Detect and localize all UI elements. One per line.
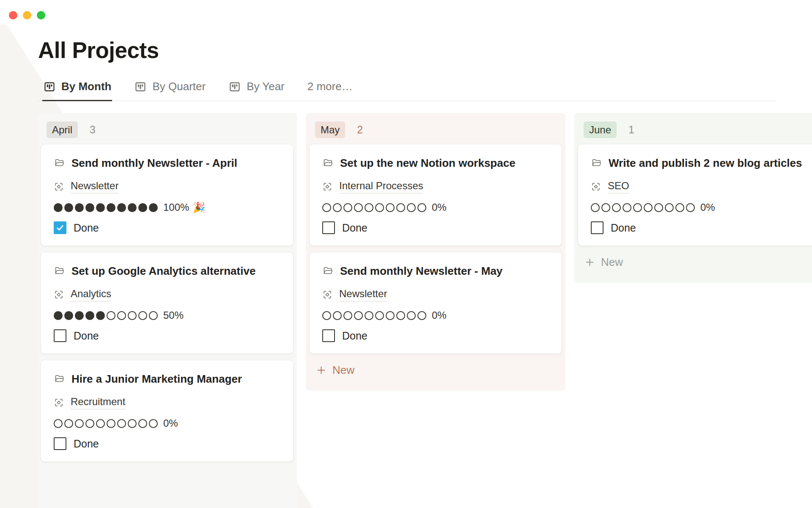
progress-dot [117,419,126,428]
progress-dots: 50% [54,309,280,321]
column-group-pill: April [47,121,78,138]
project-card[interactable]: Hire a Junior Marketing ManagerRecruitme… [41,360,294,462]
project-card[interactable]: Set up Google Analytics alternativeAnaly… [41,252,294,354]
progress-dot [117,203,126,212]
progress-dots: 0% [322,309,549,321]
relation-tag-link[interactable]: Newsletter [71,179,118,193]
board-view-icon [228,80,241,93]
progress-dot [75,419,84,428]
progress-dot [64,311,73,320]
open-folder-icon [54,265,65,276]
progress-dot [354,203,363,212]
column-header: April3 [37,113,297,144]
progress-dot [64,419,73,428]
relation-tag-link[interactable]: Newsletter [339,287,387,301]
column-group-pill: May [315,121,345,138]
kanban-board: April3Send monthly Newsletter - AprilNew… [37,113,812,508]
progress-dot [396,203,405,212]
progress-dots: 100%🎉 [54,202,280,213]
column-header: June1 [574,113,812,144]
close-button[interactable] [9,11,17,19]
progress-dot [149,419,158,428]
new-button-label: New [601,256,623,269]
project-card[interactable]: Send monthly Newsletter - MayNewsletter0… [309,252,562,354]
done-label: Done [342,330,368,342]
tag-row: Internal Processes [322,179,549,193]
minimize-button[interactable] [23,11,31,19]
column-header: May2 [306,113,565,144]
done-label: Done [74,222,99,234]
progress-dot [375,203,384,212]
relation-tag-link[interactable]: SEO [608,179,629,193]
column-june: June1Write and publish 2 new blog articl… [574,113,812,283]
plus-icon [316,365,326,375]
column-may: May2Set up the new Notion workspaceInter… [306,113,565,391]
done-checkbox[interactable] [591,221,604,234]
done-checkbox[interactable] [322,329,335,342]
tag-row: Newsletter [322,287,549,301]
open-folder-icon [322,265,334,276]
celebration-emoji: 🎉 [192,202,205,213]
progress-dot [686,203,695,212]
tab-label: 2 more… [307,80,353,93]
progress-dot [75,203,84,212]
done-row: Done [322,329,549,342]
tab-by-year[interactable]: By Year [228,80,285,101]
tab-label: By Year [247,80,285,93]
progress-dot [54,203,63,212]
progress-dot [107,311,115,320]
progress-dot [343,311,352,320]
progress-dot [591,203,600,212]
card-title: Set up Google Analytics alternative [54,263,280,279]
tab-2-more[interactable]: 2 more… [307,80,354,101]
progress-dot [96,311,105,320]
progress-dot [107,419,115,428]
view-tabs: By MonthBy QuarterBy Year2 more… [37,80,776,101]
zoom-button[interactable] [37,11,45,19]
relation-tag-link[interactable]: Recruitment [71,395,125,409]
relation-icon [591,182,601,192]
tab-by-month[interactable]: By Month [42,80,112,101]
done-checkbox[interactable] [322,221,335,234]
progress-dot [138,311,147,320]
open-folder-icon [322,157,334,168]
project-card[interactable]: Set up the new Notion workspaceInternal … [309,144,562,246]
done-label: Done [74,330,99,342]
relation-tag-link[interactable]: Analytics [71,287,111,301]
progress-dot [644,203,653,212]
done-checkbox[interactable] [54,437,66,450]
progress-dot [54,419,63,428]
tab-label: By Quarter [152,80,206,93]
progress-dot [117,311,126,320]
page-title: All Projects [38,37,812,63]
tag-row: Analytics [54,287,280,301]
progress-dot [675,203,684,212]
progress-dot [601,203,610,212]
project-card[interactable]: Write and publish 2 new blog articlesSEO… [578,144,812,246]
done-row: Done [54,329,280,342]
relation-icon [54,398,64,408]
progress-dot [396,311,405,320]
card-title: Set up the new Notion workspace [322,155,549,171]
progress-dot [85,311,94,320]
progress-dot [654,203,663,212]
progress-dot [386,203,395,212]
progress-dot [354,311,363,320]
progress-dot [149,203,158,212]
progress-dot [64,203,73,212]
progress-dot [612,203,621,212]
progress-dot [128,311,137,320]
project-card[interactable]: Send monthly Newsletter - AprilNewslette… [41,144,294,246]
done-checkbox[interactable] [54,221,66,234]
card-title: Send monthly Newsletter - May [322,263,549,279]
progress-dots: 0% [591,202,812,213]
tab-by-quarter[interactable]: By Quarter [133,80,206,101]
relation-tag-link[interactable]: Internal Processes [339,179,423,193]
column-group-pill: June [584,121,617,138]
new-card-button[interactable]: New [578,252,812,273]
progress-dot [322,203,331,212]
progress-dot [138,419,147,428]
new-card-button[interactable]: New [309,360,562,381]
progress-dot [386,311,395,320]
done-checkbox[interactable] [54,329,66,342]
